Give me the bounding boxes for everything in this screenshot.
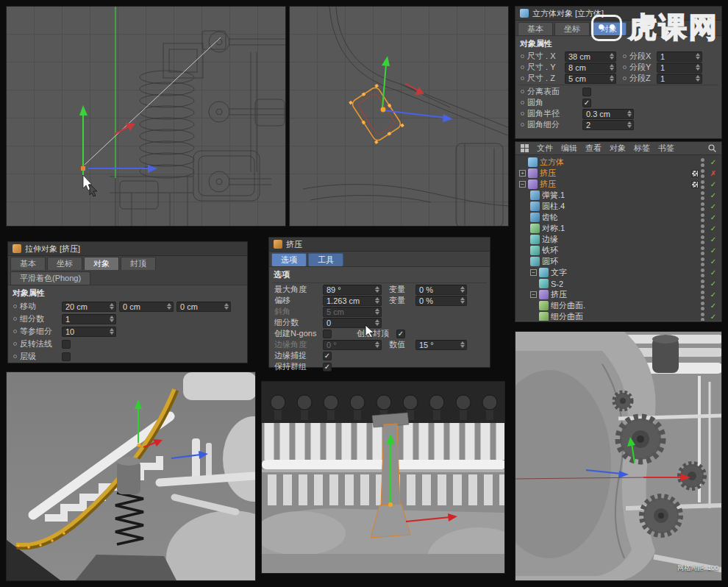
visibility-dots[interactable] [701, 191, 704, 200]
separate-surface-checkbox[interactable] [582, 88, 591, 96]
max-angle-field[interactable]: 89 ° [323, 285, 382, 295]
viewport-shaded-middle[interactable] [261, 381, 505, 574]
tab-caps[interactable]: 封顶 [121, 257, 156, 270]
tab-object[interactable]: 对象 [84, 257, 119, 270]
tab-coordinates[interactable]: 坐标 [47, 257, 82, 270]
object-row-ring[interactable]: 铁环✓ [515, 245, 721, 256]
menu-edit[interactable]: 编辑 [561, 143, 577, 154]
expander-icon[interactable] [519, 170, 526, 177]
enabled-check-icon[interactable]: ✓ [709, 158, 718, 166]
anim-dot-icon[interactable] [623, 54, 627, 58]
anim-dot-icon[interactable] [521, 90, 524, 93]
anim-dot-icon[interactable] [521, 101, 524, 104]
object-row-spring[interactable]: 弹簧.1✓ [515, 190, 721, 201]
spinner-icon[interactable] [610, 53, 614, 60]
size-x-field[interactable]: 38 cm [565, 51, 616, 62]
expander-icon[interactable] [530, 269, 537, 276]
spinner-icon[interactable] [627, 121, 632, 128]
object-row-cube[interactable]: 立方体✓ [515, 157, 721, 168]
object-row-subdivision[interactable]: 细分曲面.✓ [515, 300, 721, 311]
spinner-icon[interactable] [460, 297, 465, 304]
tab-basic[interactable]: 基本 [10, 257, 46, 270]
tab-coordinates[interactable]: 坐标 [554, 22, 590, 35]
enabled-check-icon[interactable]: ✓ [709, 291, 718, 299]
menu-tags[interactable]: 标签 [634, 143, 650, 154]
spinner-icon[interactable] [610, 75, 614, 82]
tab-tool[interactable]: 工具 [308, 253, 343, 266]
enabled-check-icon[interactable]: ✓ [709, 302, 718, 310]
object-row-cylinder[interactable]: 圆柱.4✓ [515, 201, 721, 212]
object-row-extrude[interactable]: 挤压✓ [515, 289, 721, 300]
segments-z-field[interactable]: 1 [657, 74, 702, 84]
anim-dot-icon[interactable] [623, 65, 627, 69]
menu-objects[interactable]: 对象 [610, 143, 626, 154]
variance1-field[interactable]: 0 % [415, 285, 467, 295]
edge-snap-checkbox[interactable] [323, 352, 332, 360]
anim-dot-icon[interactable] [13, 305, 17, 308]
visibility-dots[interactable] [701, 158, 704, 167]
expander-icon[interactable] [530, 291, 537, 298]
visibility-dots[interactable] [701, 169, 704, 178]
edge-angle-field[interactable]: 0 ° [323, 340, 382, 350]
selected-profile-spline[interactable] [349, 84, 404, 144]
spinner-icon[interactable] [110, 328, 114, 335]
visibility-dots[interactable] [701, 280, 704, 288]
value-field[interactable]: 15 ° [415, 340, 467, 350]
anim-dot-icon[interactable] [521, 54, 524, 58]
variance2-field[interactable]: 0 % [415, 296, 467, 306]
segments-x-field[interactable]: 1 [657, 51, 702, 62]
spinner-icon[interactable] [110, 316, 114, 322]
anim-dot-icon[interactable] [521, 123, 524, 127]
object-row-text[interactable]: 文字✓ [515, 267, 721, 278]
texture-tag-icon[interactable] [691, 170, 699, 177]
visibility-dots[interactable] [701, 246, 704, 255]
layout-grid-icon[interactable] [521, 144, 529, 152]
anim-dot-icon[interactable] [13, 330, 17, 333]
visibility-dots[interactable] [701, 313, 704, 321]
enabled-check-icon[interactable]: ✓ [709, 180, 718, 188]
enabled-check-icon[interactable]: ✓ [709, 191, 718, 199]
fillet-subdivision-field[interactable]: 2 [582, 120, 634, 130]
anim-dot-icon[interactable] [13, 355, 17, 358]
menu-bookmarks[interactable]: 书签 [658, 143, 674, 154]
enabled-check-icon[interactable]: ✓ [709, 280, 718, 288]
spinner-icon[interactable] [460, 286, 465, 293]
create-ngons-checkbox[interactable] [323, 330, 332, 338]
enabled-check-icon[interactable]: ✓ [709, 224, 718, 232]
visibility-dots[interactable] [701, 180, 704, 189]
visibility-dots[interactable] [701, 235, 704, 244]
offset-field[interactable]: 1.263 cm [323, 296, 382, 306]
spinner-icon[interactable] [460, 341, 465, 348]
flip-normals-checkbox[interactable] [62, 340, 71, 349]
tab-phong[interactable]: 平滑着色(Phong) [10, 271, 90, 285]
visibility-dots[interactable] [701, 224, 704, 233]
expander-icon[interactable] [519, 181, 526, 188]
size-y-field[interactable]: 8 cm [565, 63, 616, 73]
anim-dot-icon[interactable] [13, 317, 17, 321]
create-caps-checkbox[interactable] [396, 330, 405, 338]
enabled-check-icon[interactable]: ✓ [709, 235, 718, 243]
object-row-extrude[interactable]: 挤压✓ [515, 179, 721, 190]
object-row-spline[interactable]: S-2✓ [515, 278, 721, 289]
subdivision-field[interactable]: 1 [62, 314, 116, 324]
anim-dot-icon[interactable] [521, 112, 524, 115]
tab-basic[interactable]: 基本 [518, 22, 553, 35]
menu-view[interactable]: 查看 [585, 143, 602, 154]
enabled-check-icon[interactable]: ✓ [709, 268, 718, 277]
tab-options[interactable]: 选项 [271, 253, 307, 266]
object-row-extrude[interactable]: 挤压✗ [515, 168, 721, 179]
object-row-subdivision[interactable]: 细分曲面✓ [515, 311, 721, 321]
viewport-wireframe-detail[interactable] [289, 6, 509, 227]
segments-y-field[interactable]: 1 [657, 63, 702, 73]
disabled-cross-icon[interactable]: ✗ [709, 169, 718, 177]
move-y-field[interactable]: 0 cm [119, 302, 174, 312]
viewport-shaded-right[interactable]: 网格间距: 100 [515, 331, 722, 581]
viewport-shaded-left[interactable] [6, 371, 256, 581]
move-x-field[interactable]: 20 cm [62, 302, 116, 312]
object-row-edge[interactable]: 边缘✓ [515, 234, 721, 245]
move-z-field[interactable]: 0 cm [176, 302, 231, 312]
anim-dot-icon[interactable] [13, 342, 17, 346]
visibility-dots[interactable] [701, 202, 704, 211]
object-row-gear[interactable]: 齿轮✓ [515, 212, 721, 223]
object-row-circle[interactable]: 圆环✓ [515, 256, 721, 267]
